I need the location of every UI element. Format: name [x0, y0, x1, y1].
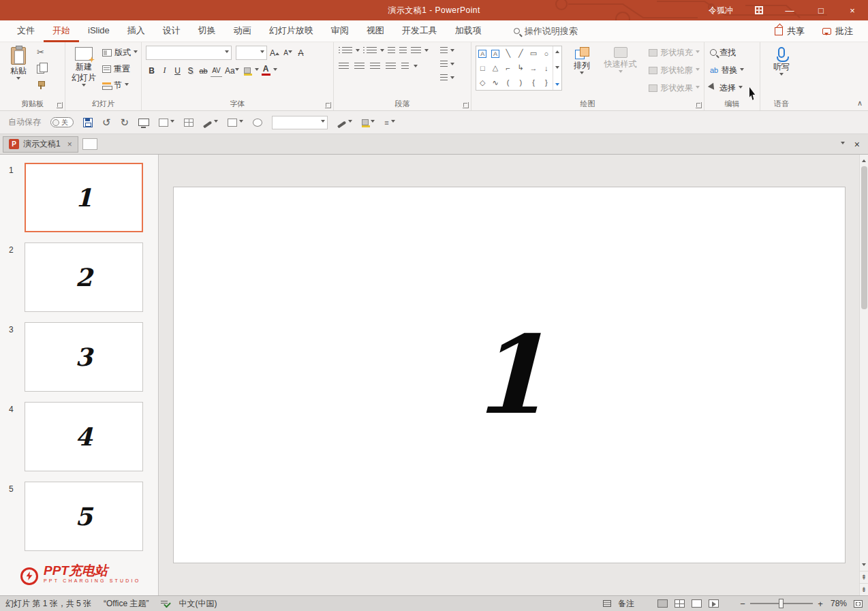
next-slide-button[interactable]: ⇟: [860, 583, 868, 595]
slide-counter[interactable]: 幻灯片 第 1 张，共 5 张: [5, 598, 91, 610]
slide-number-text[interactable]: 1: [471, 312, 546, 438]
zoom-slider-thumb[interactable]: [779, 599, 784, 608]
new-slide-dropdown-icon[interactable]: [82, 84, 86, 89]
normal-view-icon[interactable]: [657, 599, 668, 608]
document-tab[interactable]: P 演示文稿1 ×: [3, 136, 78, 153]
ink-quick-button[interactable]: [203, 120, 218, 125]
shape-effects-button[interactable]: 形状效果: [649, 81, 700, 95]
zoom-out-button[interactable]: −: [739, 599, 746, 609]
grow-font-button[interactable]: A: [268, 46, 281, 59]
tab-transitions[interactable]: 切换: [189, 20, 225, 42]
scroll-up-button[interactable]: [860, 155, 868, 165]
shape-rounded-rect-icon[interactable]: □: [476, 61, 489, 75]
tab-developer[interactable]: 开发工具: [393, 20, 446, 42]
scroll-down-button[interactable]: [860, 561, 868, 571]
comments-button[interactable]: 批注: [822, 25, 853, 37]
slide-thumbnail[interactable]: 2: [25, 242, 143, 312]
shape-diamond-icon[interactable]: ◇: [476, 76, 489, 90]
reading-view-icon[interactable]: [692, 599, 702, 608]
tab-view[interactable]: 视图: [358, 20, 393, 42]
align-text-button[interactable]: [439, 59, 454, 70]
maximize-button[interactable]: □: [805, 0, 837, 20]
shape-arc-right-icon[interactable]: ): [514, 76, 527, 90]
shape-elbow-connector-icon[interactable]: ⌐: [501, 61, 514, 75]
qat-combo-box[interactable]: [272, 116, 328, 129]
text-direction-button[interactable]: [439, 46, 454, 57]
account-user-name[interactable]: 令狐冲: [709, 5, 733, 16]
align-center-icon[interactable]: [354, 63, 365, 71]
font-size-dropdown-icon[interactable]: [260, 50, 264, 55]
shapes-more-icon[interactable]: [555, 83, 559, 88]
tab-islide[interactable]: iSlide: [79, 20, 119, 42]
cut-button[interactable]: ✂: [37, 46, 45, 59]
start-slideshow-icon[interactable]: [138, 119, 149, 126]
character-spacing-button[interactable]: AV: [211, 64, 222, 77]
close-button[interactable]: ×: [837, 0, 868, 20]
fit-to-window-icon[interactable]: [854, 600, 863, 608]
italic-button[interactable]: I: [159, 64, 170, 77]
decrease-indent-icon[interactable]: [388, 47, 395, 55]
autosave-toggle[interactable]: 关: [50, 117, 74, 127]
slide-thumbnail[interactable]: 4: [25, 402, 143, 471]
collapse-ribbon-icon[interactable]: ∧: [857, 99, 863, 108]
previous-slide-button[interactable]: ⇞: [860, 571, 868, 583]
text-shadow-button[interactable]: S: [185, 64, 196, 77]
font-name-combo[interactable]: [146, 46, 232, 60]
oval-quick-icon[interactable]: [253, 119, 262, 127]
table-quick-icon[interactable]: [184, 119, 193, 127]
scrollbar-thumb[interactable]: [861, 166, 867, 309]
shapes-scroll-up-icon[interactable]: [555, 48, 559, 53]
columns-icon[interactable]: [401, 63, 409, 71]
highlight-dropdown-icon[interactable]: [255, 68, 259, 73]
highlight-color-button[interactable]: [242, 64, 253, 77]
tab-design[interactable]: 设计: [154, 20, 189, 42]
font-color-dropdown-icon[interactable]: [273, 68, 277, 73]
drawing-dialog-launcher-icon[interactable]: [696, 102, 702, 108]
shape-quick-button[interactable]: [228, 119, 243, 127]
layout-button[interactable]: 版式: [102, 46, 138, 59]
tab-file[interactable]: 文件: [8, 20, 44, 42]
theme-name[interactable]: “Office 主题”: [104, 598, 149, 610]
shrink-font-button[interactable]: A: [282, 46, 294, 59]
slide-thumbnail[interactable]: 3: [25, 322, 143, 392]
shape-rectangle-icon[interactable]: ▭: [527, 46, 540, 61]
shape-triangle-icon[interactable]: △: [489, 61, 502, 75]
shape-outline-button[interactable]: 形状轮廓: [649, 63, 700, 77]
font-name-dropdown-icon[interactable]: [225, 50, 229, 55]
ribbon-display-options-icon[interactable]: [744, 0, 774, 20]
pen-color-button[interactable]: [337, 120, 352, 125]
shapes-gallery-scroll[interactable]: [553, 46, 561, 90]
paste-button[interactable]: 粘贴: [4, 46, 33, 83]
customize-qat-button[interactable]: ≡: [384, 117, 394, 128]
section-button[interactable]: 节: [102, 78, 138, 92]
arrange-button[interactable]: 排列: [568, 46, 596, 78]
clear-formatting-button[interactable]: A: [295, 46, 307, 59]
clipboard-dialog-launcher-icon[interactable]: [57, 102, 63, 108]
notes-icon[interactable]: [603, 600, 611, 607]
bold-button[interactable]: B: [146, 64, 157, 77]
slide-sorter-view-icon[interactable]: [675, 599, 685, 608]
strikethrough-button[interactable]: ab: [198, 64, 209, 77]
shapes-scroll-down-icon[interactable]: [555, 66, 559, 71]
slide-canvas[interactable]: 1: [173, 187, 846, 563]
increase-indent-icon[interactable]: [399, 47, 407, 55]
dictate-button[interactable]: 听写: [767, 46, 796, 79]
underline-button[interactable]: U: [172, 64, 183, 77]
tab-slideshow[interactable]: 幻灯片放映: [260, 20, 322, 42]
zoom-in-button[interactable]: +: [817, 599, 824, 609]
font-color-button[interactable]: A: [260, 64, 272, 77]
layout-quick-button[interactable]: [159, 119, 174, 127]
save-icon[interactable]: [83, 118, 93, 127]
shape-arrow-right-icon[interactable]: →: [527, 61, 540, 75]
shape-elbow-arrow-icon[interactable]: ↳: [514, 61, 527, 75]
copy-button[interactable]: [37, 62, 45, 76]
shape-oval-icon[interactable]: ○: [540, 46, 553, 61]
reset-button[interactable]: 重置: [102, 62, 138, 76]
quick-styles-button[interactable]: 快速样式: [602, 46, 639, 76]
spellcheck-icon[interactable]: [161, 599, 169, 608]
redo-icon[interactable]: ↻: [121, 117, 129, 128]
replace-button[interactable]: ab替换: [710, 63, 744, 77]
font-dialog-launcher-icon[interactable]: [325, 102, 331, 108]
language-indicator[interactable]: 中文(中国): [179, 598, 217, 610]
shape-brace-right-icon[interactable]: }: [540, 76, 553, 90]
